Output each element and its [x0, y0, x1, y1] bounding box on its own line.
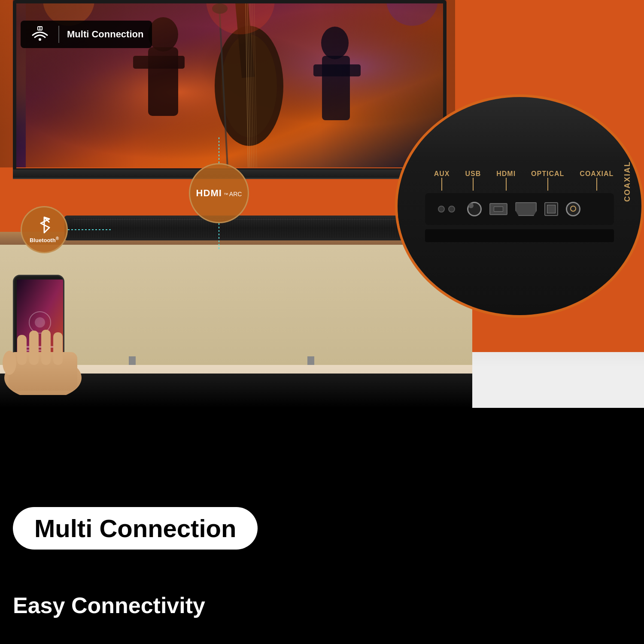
badge-divider [58, 26, 59, 43]
optical-slot [547, 205, 556, 213]
svg-rect-17 [313, 64, 361, 76]
port-label-coaxial: COAXIAL [580, 170, 614, 191]
aux-hole [468, 203, 474, 208]
power-leds [438, 206, 455, 213]
svg-rect-13 [148, 47, 178, 116]
svg-rect-5 [235, 0, 255, 78]
port-panel-zoom: AUX USB HDMI OPTICAL COAXIAL [395, 94, 644, 318]
arc-label: ARC [229, 191, 242, 197]
coaxial-center [570, 206, 576, 212]
hdmi-connector-line [506, 178, 507, 191]
power-led-2 [448, 206, 455, 213]
usb-port [489, 203, 507, 215]
svg-rect-36 [29, 331, 39, 365]
device-bottom-strip [425, 229, 614, 242]
bottom-section: Multi Connection Easy Connectivity [0, 489, 644, 644]
svg-point-4 [221, 34, 277, 137]
svg-rect-38 [53, 332, 63, 365]
svg-line-11 [254, 0, 257, 167]
hdmi-port [515, 202, 537, 216]
hdmi-arc-container: HDMI ™ ARC [189, 137, 249, 249]
svg-rect-16 [322, 56, 350, 120]
easy-connectivity-label: Easy Connectivity [13, 592, 205, 618]
optical-port [544, 202, 558, 216]
svg-point-19 [212, 3, 228, 14]
port-panel-inner: AUX USB HDMI OPTICAL COAXIAL [398, 97, 641, 315]
port-label-aux: AUX [434, 170, 450, 191]
svg-rect-14 [133, 56, 185, 69]
port-labels-container: AUX USB HDMI OPTICAL COAXIAL [425, 170, 614, 191]
multi-connection-main-label: Multi Connection [34, 514, 236, 542]
port-label-usb: USB [465, 170, 481, 191]
badge-icon [29, 26, 51, 43]
hdmi-dot-line-top [219, 137, 219, 163]
hdmi-tm: ™ [224, 192, 228, 197]
svg-point-3 [215, 26, 283, 146]
badge-title: Multi Connection [67, 29, 143, 40]
hdmi-label: HDMI [196, 188, 222, 199]
bluetooth-label: Bluetooth® [30, 236, 59, 243]
svg-point-15 [321, 27, 349, 59]
bluetooth-icon [36, 216, 52, 234]
aux-connector-line [441, 178, 442, 191]
usb-slot [494, 207, 503, 212]
power-led-1 [438, 206, 445, 213]
svg-point-39 [3, 351, 16, 375]
phone-hand: ♫ [0, 258, 94, 395]
hdmi-dot-line-bottom [219, 223, 219, 249]
ports-row [425, 193, 614, 225]
svg-line-9 [251, 0, 253, 167]
svg-line-8 [249, 0, 252, 167]
svg-point-12 [148, 17, 178, 52]
hdmi-arc-circle: HDMI ™ ARC [189, 163, 249, 223]
port-label-optical: OPTICAL [531, 170, 564, 191]
bluetooth-container: Bluetooth® [21, 206, 111, 253]
svg-point-21 [386, 0, 438, 26]
bluetooth-circle: Bluetooth® [21, 206, 68, 253]
multi-connection-icon [29, 26, 51, 43]
coaxial-vertical-label: COAXIAL [623, 161, 632, 202]
usb-connector-line [473, 178, 474, 191]
svg-point-23 [39, 38, 41, 41]
port-label-hdmi: HDMI [496, 170, 516, 191]
main-container: Hisense Multi Connection [0, 0, 644, 644]
svg-rect-37 [41, 330, 51, 365]
right-bottom-fill [429, 408, 644, 494]
svg-point-22 [206, 0, 275, 34]
coaxial-connector-line [596, 178, 597, 191]
coaxial-port [566, 202, 580, 216]
top-badge: Multi Connection [21, 21, 152, 48]
aux-port [467, 202, 482, 216]
multi-connection-pill: Multi Connection [13, 507, 258, 550]
hand-svg [0, 326, 94, 395]
svg-rect-35 [17, 335, 27, 365]
bluetooth-dot-line [68, 229, 111, 230]
svg-line-10 [252, 0, 255, 167]
optical-connector-line [547, 178, 548, 191]
